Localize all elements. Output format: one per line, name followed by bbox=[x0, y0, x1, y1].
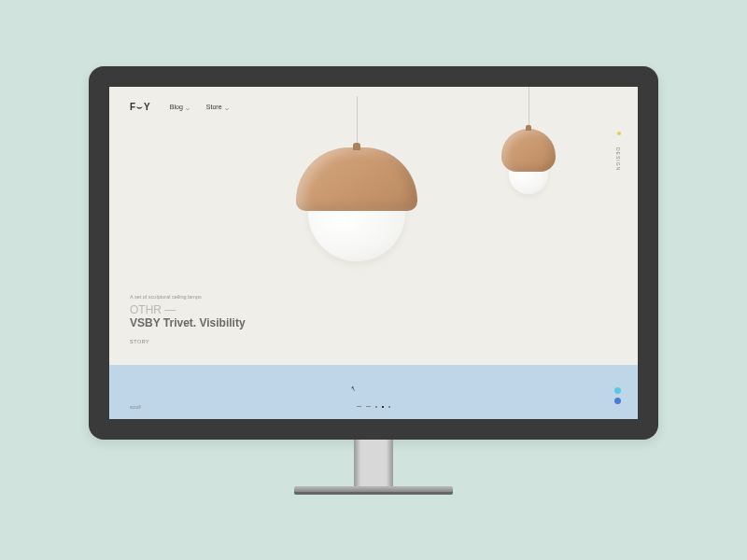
lamp-bulb bbox=[308, 203, 405, 261]
pagination-dot-4[interactable] bbox=[382, 406, 384, 408]
hero-subtitle: A set of sculptural ceiling lamps bbox=[130, 294, 246, 300]
pagination-dot-2[interactable] bbox=[366, 406, 371, 407]
product-lamp-large bbox=[296, 96, 417, 261]
lamp-cap bbox=[296, 147, 417, 211]
monitor-stand-foot bbox=[294, 492, 453, 495]
nav-store[interactable]: Store bbox=[206, 104, 229, 110]
monitor-mockup: F⌣Y Blog Store bbox=[89, 66, 658, 495]
nav-blog-label: Blog bbox=[170, 104, 183, 110]
social-links bbox=[614, 387, 621, 404]
bottom-bar: scroll ↖ bbox=[109, 365, 638, 419]
nav-store-label: Store bbox=[206, 104, 222, 110]
twitter-icon[interactable] bbox=[614, 387, 621, 394]
lamp-cord bbox=[357, 96, 358, 147]
website-screen: F⌣Y Blog Store bbox=[109, 87, 638, 419]
hero-product-name: VSBY Trivet. Visibility bbox=[130, 316, 246, 329]
monitor-frame: F⌣Y Blog Store bbox=[89, 66, 658, 440]
monitor-stand-base bbox=[294, 486, 453, 492]
hero-brand: OTHR — bbox=[130, 303, 246, 316]
pagination-dot-5[interactable] bbox=[388, 406, 390, 408]
lamp-cord bbox=[529, 87, 529, 129]
side-category-label: DESIGN bbox=[615, 147, 621, 171]
product-lamp-small bbox=[501, 87, 556, 194]
chevron-down-icon bbox=[186, 105, 190, 109]
lamp-cap bbox=[501, 129, 556, 172]
main-nav: Blog Store bbox=[170, 104, 229, 110]
pagination-dot-3[interactable] bbox=[375, 406, 377, 408]
cursor-icon: ↖ bbox=[349, 385, 357, 393]
site-logo[interactable]: F⌣Y bbox=[130, 102, 151, 113]
hero-content: A set of sculptural ceiling lamps OTHR —… bbox=[130, 294, 246, 344]
pagination-dots bbox=[357, 406, 390, 408]
story-link[interactable]: STORY bbox=[130, 339, 246, 344]
side-indicator-dot bbox=[617, 132, 621, 135]
site-header: F⌣Y Blog Store bbox=[130, 102, 229, 113]
pagination-dot-1[interactable] bbox=[357, 406, 361, 407]
nav-blog[interactable]: Blog bbox=[170, 104, 190, 110]
chevron-down-icon bbox=[225, 105, 229, 109]
monitor-stand-neck bbox=[354, 440, 393, 486]
scroll-hint: scroll bbox=[130, 404, 141, 410]
facebook-icon[interactable] bbox=[614, 398, 621, 404]
